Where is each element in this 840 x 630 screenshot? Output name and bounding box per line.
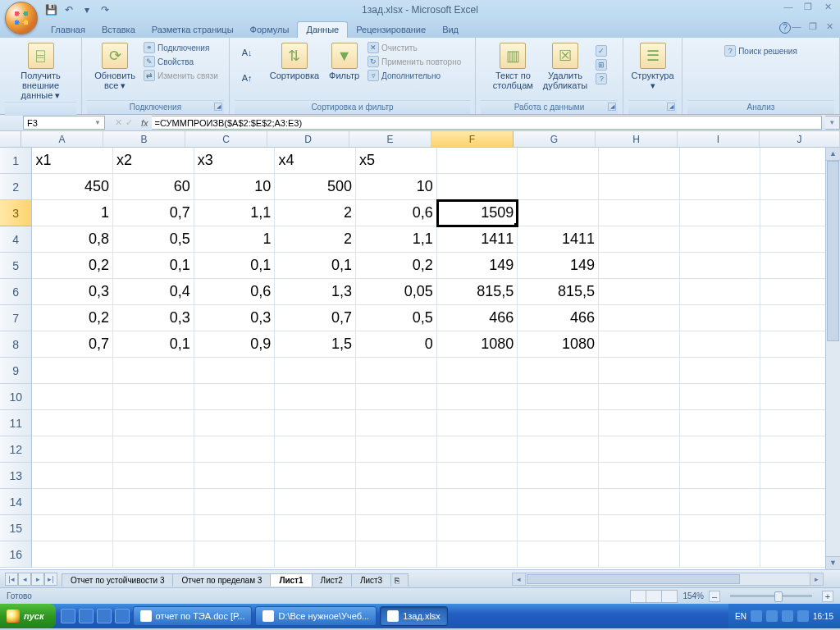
qat-dropdown-icon[interactable]: ▾ [80, 3, 94, 16]
name-box[interactable]: F3▼ [23, 116, 105, 130]
cell-I3[interactable] [680, 200, 761, 226]
sheet-tab[interactable]: Лист1 [270, 573, 312, 587]
cell-D11[interactable] [275, 410, 356, 436]
refresh-all-button[interactable]: ⟳ Обновить все ▾ [91, 41, 139, 92]
cell-A12[interactable] [32, 436, 113, 463]
cell-G8[interactable]: 1080 [518, 331, 599, 358]
zoom-out-button[interactable]: – [709, 591, 720, 602]
cell-A10[interactable] [32, 384, 113, 410]
cell-A6[interactable]: 0,3 [32, 279, 113, 305]
cell-I6[interactable] [680, 279, 761, 305]
page-break-view-button[interactable] [661, 590, 678, 603]
scroll-thumb[interactable] [527, 574, 740, 584]
advanced-filter-button[interactable]: ▿Дополнительно [366, 69, 463, 82]
cell-B8[interactable]: 0,1 [113, 331, 194, 358]
new-sheet-button[interactable]: ⎘ [390, 573, 409, 587]
row-header-10[interactable]: 10 [0, 384, 32, 410]
sort-asc-button[interactable]: A↓ [242, 41, 260, 66]
cell-F7[interactable]: 466 [437, 305, 518, 331]
cell-H9[interactable] [599, 358, 680, 384]
cell-H11[interactable] [599, 410, 680, 436]
cell-D15[interactable] [275, 515, 356, 541]
cell-C10[interactable] [194, 384, 276, 410]
row-header-8[interactable]: 8 [0, 331, 32, 358]
cell-H4[interactable] [599, 226, 680, 253]
text-to-columns-button[interactable]: ▥ Текст по столбцам [490, 41, 536, 92]
cell-D5[interactable]: 0,1 [275, 253, 356, 279]
ql-icon[interactable] [115, 609, 130, 623]
consolidate-button[interactable]: ⊞ [594, 58, 609, 71]
help-icon[interactable]: ? [779, 22, 791, 34]
cell-B6[interactable]: 0,4 [113, 279, 194, 305]
row-header-1[interactable]: 1 [0, 148, 32, 174]
column-header-E[interactable]: E [349, 131, 431, 147]
sheet-tab[interactable]: Лист3 [351, 573, 391, 587]
dialog-launcher-icon[interactable]: ◢ [608, 103, 616, 111]
cell-A4[interactable]: 0,8 [32, 226, 113, 253]
column-header-G[interactable]: G [514, 131, 596, 147]
cell-I4[interactable] [680, 226, 761, 253]
cell-A2[interactable]: 450 [32, 174, 113, 200]
dialog-launcher-icon[interactable]: ◢ [214, 103, 222, 111]
cell-C12[interactable] [194, 436, 276, 463]
cell-D16[interactable] [275, 541, 356, 568]
row-header-14[interactable]: 14 [0, 489, 32, 515]
office-button[interactable] [5, 2, 38, 34]
cell-C1[interactable]: x3 [194, 148, 276, 174]
dialog-launcher-icon[interactable]: ◢ [667, 103, 675, 111]
cell-A8[interactable]: 0,7 [32, 331, 113, 358]
cell-A5[interactable]: 0,2 [32, 253, 113, 279]
close-button[interactable]: ✕ [820, 2, 835, 12]
cell-I1[interactable] [680, 148, 761, 174]
cell-D3[interactable]: 2 [275, 200, 356, 226]
cell-H3[interactable] [599, 200, 680, 226]
cell-E16[interactable] [356, 541, 437, 568]
clear-filter-button[interactable]: ✕Очистить [366, 41, 463, 54]
minimize-button[interactable]: — [781, 2, 796, 12]
cell-B1[interactable]: x2 [113, 148, 194, 174]
cell-D12[interactable] [275, 436, 356, 463]
cell-I15[interactable] [680, 515, 761, 541]
cell-H7[interactable] [599, 305, 680, 331]
row-header-5[interactable]: 5 [0, 253, 32, 279]
cell-B5[interactable]: 0,1 [113, 253, 194, 279]
cell-I8[interactable] [680, 331, 761, 358]
last-sheet-icon[interactable]: ▸| [44, 573, 57, 586]
sort-button[interactable]: ⇅ Сортировка [267, 41, 322, 82]
sheet-tab[interactable]: Отчет по устойчивости 3 [62, 573, 173, 587]
row-header-4[interactable]: 4 [0, 226, 32, 253]
column-header-B[interactable]: B [103, 131, 185, 147]
wb-maximize-button[interactable]: ❐ [807, 21, 819, 32]
column-header-J[interactable]: J [760, 131, 840, 147]
cell-E9[interactable] [356, 358, 437, 384]
cell-B9[interactable] [113, 358, 194, 384]
undo-icon[interactable]: ↶ [62, 3, 75, 16]
cell-A7[interactable]: 0,2 [32, 305, 113, 331]
cell-G7[interactable]: 466 [518, 305, 599, 331]
sheet-tab[interactable]: Отчет по пределам 3 [172, 573, 271, 587]
cell-E6[interactable]: 0,05 [356, 279, 437, 305]
cell-C9[interactable] [194, 358, 276, 384]
cell-H10[interactable] [599, 384, 680, 410]
wb-minimize-button[interactable]: — [791, 21, 802, 32]
ql-icon[interactable] [79, 609, 94, 623]
cell-D10[interactable] [275, 384, 356, 410]
cell-C6[interactable]: 0,6 [194, 279, 276, 305]
tab-home[interactable]: Главная [43, 22, 94, 38]
row-header-6[interactable]: 6 [0, 279, 32, 305]
cell-F3[interactable]: 1509 [437, 200, 518, 226]
cell-G1[interactable] [518, 148, 599, 174]
cell-I11[interactable] [680, 410, 761, 436]
cell-H2[interactable] [599, 174, 680, 200]
cell-E5[interactable]: 0,2 [356, 253, 437, 279]
cell-H1[interactable] [599, 148, 680, 174]
tab-pagelayout[interactable]: Разметка страницы [144, 22, 242, 38]
prev-sheet-icon[interactable]: ◂ [18, 573, 31, 586]
cell-H15[interactable] [599, 515, 680, 541]
cell-I5[interactable] [680, 253, 761, 279]
cell-C2[interactable]: 10 [194, 174, 276, 200]
cell-B10[interactable] [113, 384, 194, 410]
cell-G3[interactable] [518, 200, 599, 226]
cell-G13[interactable] [518, 463, 599, 489]
column-header-C[interactable]: C [185, 131, 267, 147]
